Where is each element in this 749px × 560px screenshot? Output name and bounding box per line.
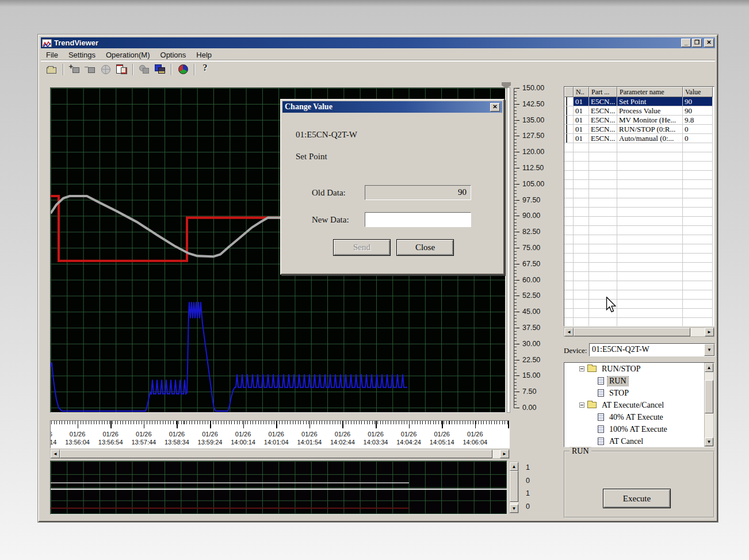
- shape-circle-button[interactable]: [136, 63, 152, 76]
- table-row[interactable]: 01E5CN...Process Value90: [564, 106, 714, 116]
- tree-item-label[interactable]: RUN/STOP: [600, 365, 642, 374]
- tree-item-label[interactable]: AT Cancel: [607, 437, 645, 446]
- menu-help[interactable]: Help: [191, 49, 217, 60]
- settings-globe-button[interactable]: [98, 63, 113, 76]
- dialog-title-bar[interactable]: Change Value ✕: [282, 101, 502, 113]
- tree-scrollbar-thumb[interactable]: [705, 380, 713, 413]
- restore-button[interactable]: ❐: [692, 39, 702, 47]
- cell-no[interactable]: 01: [574, 134, 589, 143]
- collapse-minus-icon[interactable]: [579, 402, 584, 408]
- collapse-minus-icon[interactable]: [579, 366, 584, 371]
- tree-item-label[interactable]: STOP: [607, 389, 630, 398]
- tree-item-run-stop[interactable]: RUN/STOP: [564, 363, 714, 375]
- cell-parameter[interactable]: Process Value: [617, 106, 683, 116]
- cell-value[interactable]: 0: [683, 134, 713, 143]
- dialog-close-icon[interactable]: ✕: [490, 103, 500, 112]
- table-row[interactable]: 01E5CN...RUN/STOP (0:R...0: [564, 125, 714, 134]
- cell-no: [574, 281, 589, 290]
- y-cursor-track[interactable]: [507, 87, 510, 413]
- tree-item-100-at-execute[interactable]: 100% AT Execute: [564, 423, 714, 435]
- table-row[interactable]: 01E5CN...Set Point90: [564, 97, 714, 106]
- open-folder-button[interactable]: [44, 63, 59, 76]
- table-row[interactable]: 01E5CN...Auto/manual (0:...0: [564, 134, 714, 143]
- table-header-color[interactable]: [564, 87, 574, 97]
- cell-part[interactable]: E5CN...: [589, 116, 617, 125]
- series-mv-monitor-heating: [51, 302, 407, 411]
- device-combobox[interactable]: 01:E5CN-Q2T-W ▼: [589, 343, 715, 356]
- series-color-swatch-cell[interactable]: [564, 134, 574, 143]
- remove-trend-button[interactable]: [82, 63, 98, 76]
- title-bar[interactable]: TrendViewer _ ❐ ✕: [41, 37, 715, 48]
- close-dialog-button[interactable]: Close: [396, 239, 454, 256]
- cell-part[interactable]: E5CN...: [589, 106, 617, 116]
- series-color-swatch-cell[interactable]: [564, 97, 574, 106]
- table-header-value[interactable]: Value: [683, 87, 713, 97]
- shape-layers-button[interactable]: [152, 63, 167, 76]
- scroll-down-icon[interactable]: ▼: [510, 504, 518, 513]
- table-row-empty: [564, 309, 714, 318]
- tree-scrollbar[interactable]: ▲ ▼: [704, 363, 714, 447]
- table-row-empty: [564, 235, 714, 244]
- series-color-swatch-cell[interactable]: [564, 106, 574, 116]
- cell-no[interactable]: 01: [574, 116, 589, 125]
- cell-parameter[interactable]: Auto/manual (0:...: [617, 134, 683, 143]
- cell-no[interactable]: 01: [574, 125, 589, 134]
- tree-item-label[interactable]: 40% AT Execute: [607, 413, 665, 422]
- tree-item-stop[interactable]: STOP: [564, 387, 714, 399]
- menu-options[interactable]: Options: [155, 49, 192, 60]
- cell-no[interactable]: 01: [574, 97, 589, 106]
- close-button[interactable]: ✕: [704, 39, 714, 47]
- series-color-swatch-cell[interactable]: [564, 125, 574, 134]
- help-button[interactable]: [198, 63, 213, 76]
- cell-parameter[interactable]: MV Monitor (He...: [617, 116, 683, 125]
- cell-parameter[interactable]: Set Point: [617, 97, 683, 106]
- report-copy-button[interactable]: [113, 63, 129, 76]
- table-header-part[interactable]: Part ...: [589, 87, 617, 97]
- tree-item-label[interactable]: 100% AT Execute: [607, 425, 669, 434]
- add-trend-button[interactable]: [67, 63, 82, 76]
- new-data-input[interactable]: [365, 212, 471, 227]
- tree-item-label[interactable]: AT Execute/Cancel: [600, 401, 666, 410]
- tree-item-at-cancel[interactable]: AT Cancel: [564, 435, 714, 447]
- document-icon: [598, 377, 604, 385]
- cell-value[interactable]: 0: [683, 125, 713, 134]
- tree-item-run[interactable]: RUN: [564, 375, 714, 387]
- scroll-up-icon[interactable]: ▲: [510, 462, 518, 471]
- cell-part[interactable]: E5CN...: [589, 134, 617, 143]
- table-scrollbar-thumb[interactable]: [574, 328, 690, 336]
- cell-value[interactable]: 90: [683, 106, 713, 116]
- cell-part[interactable]: E5CN...: [589, 125, 617, 134]
- chevron-down-icon[interactable]: ▼: [704, 344, 714, 356]
- menu-settings[interactable]: Settings: [63, 49, 101, 60]
- table-header-parameter-name[interactable]: Parameter name: [617, 87, 683, 97]
- cell-part[interactable]: E5CN...: [589, 97, 617, 106]
- minimize-button[interactable]: _: [681, 39, 691, 47]
- pie-chart-button[interactable]: [175, 63, 190, 76]
- scroll-right-icon[interactable]: ►: [500, 450, 509, 458]
- scroll-right-icon[interactable]: ►: [705, 328, 714, 336]
- menu-operation-m[interactable]: Operation(M): [101, 49, 155, 60]
- time-scrollbar-thumb[interactable]: [60, 450, 492, 458]
- tree-item-at-execute-cancel[interactable]: AT Execute/Cancel: [564, 399, 714, 411]
- digital-scrollbar[interactable]: ▲ ▼: [509, 462, 519, 513]
- series-color-swatch-cell[interactable]: [564, 116, 574, 125]
- cell-value[interactable]: 9.8: [683, 116, 713, 125]
- tree-item-label[interactable]: RUN: [607, 377, 628, 386]
- table-header-n[interactable]: N..: [574, 87, 589, 97]
- scroll-left-icon[interactable]: ◄: [51, 450, 60, 458]
- send-button[interactable]: Send: [333, 239, 391, 256]
- cell-no[interactable]: 01: [574, 106, 589, 116]
- scroll-left-icon[interactable]: ◄: [564, 328, 574, 336]
- table-row[interactable]: 01E5CN...MV Monitor (He...9.8: [564, 116, 714, 125]
- scroll-down-icon[interactable]: ▼: [705, 438, 713, 446]
- time-scrollbar[interactable]: ◄ ►: [50, 449, 510, 459]
- cell-value[interactable]: 90: [683, 97, 713, 106]
- digital-signal-chart[interactable]: [50, 461, 507, 515]
- table-scrollbar[interactable]: ◄ ►: [564, 327, 714, 337]
- tree-item-40-at-execute[interactable]: 40% AT Execute: [564, 411, 714, 423]
- scroll-up-icon[interactable]: ▲: [705, 363, 713, 372]
- menu-file[interactable]: File: [41, 49, 63, 60]
- digital-scrollbar-thumb[interactable]: [510, 471, 518, 502]
- execute-button[interactable]: Execute: [603, 489, 671, 508]
- cell-parameter[interactable]: RUN/STOP (0:R...: [617, 125, 683, 134]
